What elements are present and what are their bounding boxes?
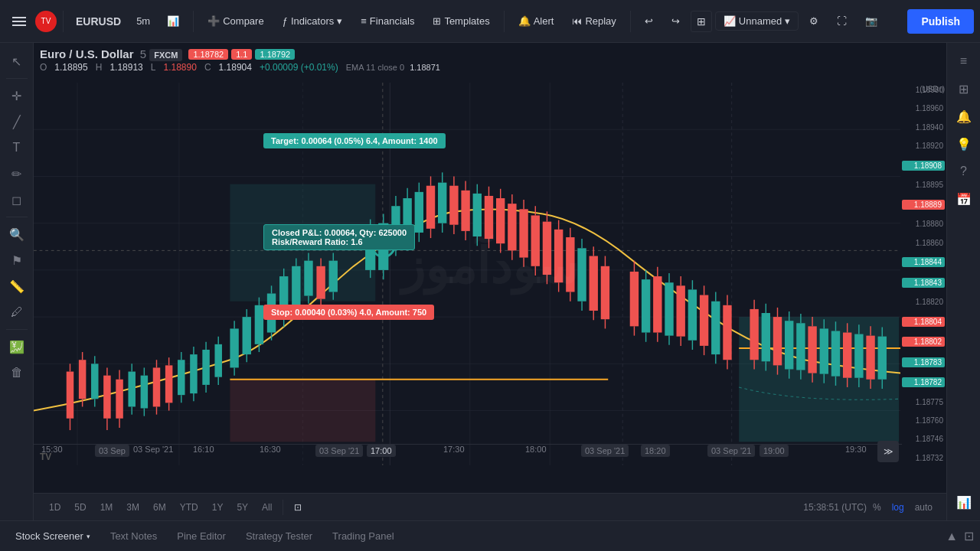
separator-2	[193, 11, 194, 32]
compare-button[interactable]: ➕ Compare	[200, 11, 271, 31]
ideas-icon[interactable]: 💡	[950, 132, 978, 156]
l-label: L	[151, 62, 156, 73]
menu-button[interactable]	[6, 11, 32, 32]
indicators-icon: ƒ	[283, 15, 288, 27]
templates-icon: ⊞	[433, 15, 441, 27]
bar-style-icon: 📊	[167, 15, 179, 27]
svg-rect-76	[292, 266, 300, 305]
currency-label: (USD↑)	[920, 85, 945, 93]
tf-6m[interactable]: 6M	[147, 499, 172, 516]
svg-rect-64	[243, 317, 251, 354]
snapshot-button[interactable]: 📷	[858, 11, 885, 31]
tf-all[interactable]: All	[256, 499, 278, 516]
pnl-annotation: Closed P&L: 0.00064, Qty: 625000 Risk/Re…	[263, 224, 415, 250]
text-tool[interactable]: T	[3, 135, 31, 160]
tf-1d[interactable]: 1D	[43, 499, 67, 516]
user-avatar[interactable]: TV	[35, 11, 57, 32]
instrument-title: Euro / U.S. Dollar 5 FXCM	[40, 47, 182, 60]
tab-stock-screener[interactable]: Stock Screener ▾	[6, 526, 100, 546]
layout-button[interactable]: ⊞	[691, 11, 712, 32]
svg-rect-52	[190, 354, 197, 393]
svg-rect-190	[796, 323, 805, 370]
chart-time: 15:38:51 (UTC)	[803, 502, 867, 513]
svg-rect-139	[566, 237, 574, 292]
symbol-button[interactable]: EURUSD	[70, 12, 127, 31]
svg-rect-55	[202, 350, 209, 385]
l-value: 1.18890	[163, 62, 196, 73]
svg-rect-67	[255, 305, 263, 344]
log-button[interactable]: log	[887, 500, 909, 514]
trend-line-tool[interactable]: ╱	[3, 109, 31, 134]
brush-tool[interactable]: ✏	[3, 161, 31, 186]
cursor-tool[interactable]: ↖	[3, 49, 31, 73]
tf-3m[interactable]: 3M	[120, 499, 145, 516]
unnamed-button[interactable]: 📈 Unnamed ▾	[715, 11, 799, 31]
financials-button[interactable]: ≡ Financials	[353, 11, 422, 31]
svg-rect-22	[67, 372, 74, 419]
target-annotation: Target: 0.00064 (0.05%) 6.4, Amount: 140…	[263, 133, 446, 148]
ruler-tool[interactable]: 🖊	[3, 300, 31, 324]
help-icon[interactable]: ?	[950, 159, 978, 184]
svg-rect-196	[820, 328, 828, 373]
tf-5d[interactable]: 5D	[68, 499, 92, 516]
alert-icon-right[interactable]: 🔔	[950, 104, 978, 129]
shapes-tool[interactable]: ◻	[3, 187, 31, 212]
svg-rect-43	[153, 367, 160, 406]
replay-button[interactable]: ⏮ Replay	[564, 11, 623, 31]
measure-tool[interactable]: 📏	[3, 274, 31, 298]
collapse-button[interactable]: ▲	[946, 530, 958, 543]
range-icon: ⊡	[294, 502, 302, 513]
tf-1m[interactable]: 1M	[94, 499, 119, 516]
sidebar-sep-3	[6, 329, 28, 330]
price-tag-3: 1.18792	[255, 49, 295, 60]
alert-button[interactable]: 🔔 Alert	[511, 11, 562, 31]
price-tag-1: 1.18782	[188, 49, 228, 60]
tf-1y[interactable]: 1Y	[206, 499, 230, 516]
svg-rect-145	[590, 256, 598, 311]
svg-rect-211	[878, 337, 887, 380]
tf-5y[interactable]: 5Y	[230, 499, 254, 516]
settings-button[interactable]: ⚙	[802, 11, 826, 31]
timeframe-button[interactable]: 5m	[130, 12, 156, 30]
trading-icon[interactable]: 📊	[950, 490, 978, 514]
data-window-icon[interactable]: ⊞	[950, 77, 978, 101]
magnet-tool[interactable]: ⚑	[3, 248, 31, 272]
separator-3	[504, 11, 505, 32]
svg-rect-25	[79, 360, 86, 399]
fullscreen-button[interactable]: ⛶	[829, 11, 854, 31]
tab-trading-panel[interactable]: Trading Panel	[323, 526, 403, 546]
svg-rect-133	[543, 222, 551, 275]
watchlist-icon[interactable]: ≡	[950, 49, 978, 73]
tab-text-notes[interactable]: Text Notes	[101, 526, 166, 546]
templates-button[interactable]: ⊞ Templates	[425, 11, 497, 31]
indicators-button[interactable]: ƒ Indicators ▾	[275, 11, 351, 31]
maximize-button[interactable]: ⊡	[964, 529, 974, 543]
svg-rect-160	[665, 282, 673, 335]
tf-ytd[interactable]: YTD	[174, 499, 204, 516]
delete-tool[interactable]: 🗑	[3, 360, 31, 385]
svg-rect-85	[329, 261, 338, 292]
undo-button[interactable]: ↩	[637, 11, 661, 31]
tab-pine-editor[interactable]: Pine Editor	[168, 526, 235, 546]
o-label: O	[40, 62, 47, 73]
crosshair-tool[interactable]: ✛	[3, 83, 31, 108]
range-selector[interactable]: ⊡	[288, 500, 308, 514]
h-value: 1.18913	[109, 62, 142, 73]
svg-rect-31	[103, 376, 110, 419]
chart-area: Euro / U.S. Dollar 5 FXCM 1.18782 1.1 1.…	[34, 43, 946, 490]
auto-button[interactable]: auto	[910, 500, 937, 514]
svg-rect-18	[230, 380, 375, 442]
publish-button[interactable]: Publish	[907, 9, 974, 34]
trade-tool[interactable]: 💹	[3, 334, 31, 359]
svg-rect-121	[496, 198, 505, 243]
redo-button[interactable]: ↪	[664, 11, 688, 31]
expand-button[interactable]: ≫	[877, 441, 899, 462]
left-sidebar: ↖ ✛ ╱ T ✏ ◻ 🔍 ⚑ 📏 🖊 💹 🗑	[0, 43, 34, 520]
svg-rect-169	[700, 295, 708, 346]
tab-strategy-tester[interactable]: Strategy Tester	[237, 526, 322, 546]
calendar-icon[interactable]: 📅	[950, 187, 978, 211]
bottom-right: ▲ ⊡	[946, 529, 974, 543]
bar-style-button[interactable]: 📊	[159, 11, 187, 31]
zoom-tool[interactable]: 🔍	[3, 222, 31, 246]
svg-rect-61	[230, 328, 238, 367]
